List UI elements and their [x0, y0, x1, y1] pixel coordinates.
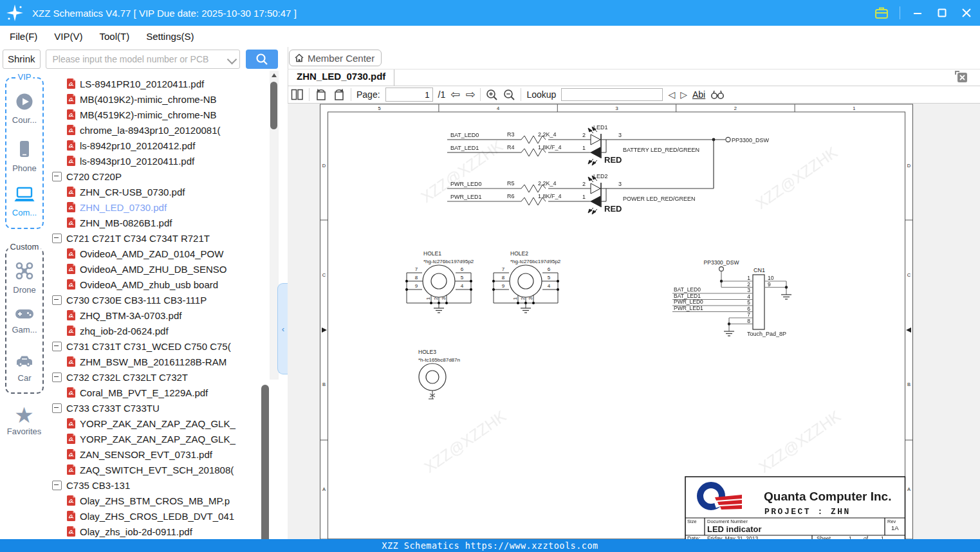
vip-group: VIP Cour... Phone Com... [5, 77, 44, 229]
pdf-canvas[interactable]: 5 4 3 2 1 D C B A D C B A XZZ@XZZHK XZZ@… [288, 104, 980, 539]
tree-item[interactable]: MB(4519K2)-mimic_chrome-NB [48, 107, 265, 122]
svg-text:4: 4 [461, 283, 464, 289]
tree-item[interactable]: C732 C732L C732LT C732T [48, 369, 265, 385]
tree-item-label: C733 C733T C733TU [66, 403, 160, 414]
tree-item[interactable]: Coral_MB_PVT_E_1229A.pdf [48, 385, 265, 400]
tree-item[interactable]: OvideoA_AMD_zhub_usb board [48, 277, 265, 292]
zoom-in-button[interactable] [486, 87, 498, 102]
member-center-button[interactable]: Member Center [289, 50, 382, 66]
sidebar-item-drone[interactable]: Drone [6, 261, 42, 295]
tree-item[interactable]: zhq_iob-2d-0624.pdf [48, 323, 265, 338]
license-briefcase-icon[interactable] [874, 6, 889, 20]
close-document-icon[interactable] [955, 71, 968, 83]
collapse-icon[interactable] [52, 481, 62, 490]
menu-tool[interactable]: Tool(T) [100, 31, 130, 42]
tree-item-label: LS-8941PR10_20120411.pdf [80, 78, 204, 89]
svg-text:3: 3 [528, 297, 533, 300]
tree-item[interactable]: LS-8941PR10_20120411.pdf [48, 76, 265, 91]
tree-item[interactable]: C720 C720P [48, 169, 265, 184]
collapse-icon[interactable] [52, 403, 62, 413]
menu-settings[interactable]: Settings(S) [146, 31, 194, 42]
pdf-file-icon [66, 202, 76, 212]
chevron-down-icon[interactable] [227, 54, 237, 64]
tree-item[interactable]: Olay_ZHS_CROS_LEDB_DVT_041 [48, 508, 265, 524]
svg-text:R3: R3 [507, 131, 515, 138]
svg-text:8: 8 [747, 318, 750, 324]
lookup-input[interactable] [561, 88, 663, 101]
svg-text:LED1: LED1 [593, 124, 608, 131]
match-case-button[interactable]: Abi [692, 89, 705, 100]
shrink-button[interactable]: Shrink [3, 50, 41, 69]
document-tab[interactable]: ZHN_LED_0730.pdf [297, 71, 385, 82]
close-button[interactable] [959, 6, 974, 20]
collapse-icon[interactable] [52, 342, 62, 351]
sidebar-item-label: Gam... [6, 325, 42, 335]
zoom-out-button[interactable] [503, 87, 515, 102]
tree-item[interactable]: ZAN_SENSOR_EVT_0731.pdf [48, 446, 265, 462]
next-page-button[interactable]: ⇨ [465, 88, 475, 101]
collapse-icon[interactable] [52, 295, 62, 305]
pdf-file-icon [66, 140, 76, 151]
tree-item[interactable]: ZHN_LED_0730.pdf [48, 199, 265, 215]
rotate-right-button[interactable] [333, 87, 346, 102]
svg-text:2: 2 [747, 281, 750, 288]
minimize-button[interactable] [911, 6, 925, 20]
tree-item[interactable]: YORP_ZAK_ZAN_ZAP_ZAQ_GLK_ [48, 431, 265, 446]
pdf-file-icon [66, 326, 76, 336]
collapse-icon[interactable] [52, 172, 62, 181]
sidebar-item-course[interactable]: Cour... [6, 93, 42, 125]
pdf-file-icon [66, 434, 76, 444]
panel-collapse-handle[interactable]: ‹ [277, 283, 288, 374]
svg-text:CN1: CN1 [753, 267, 765, 273]
find-next-button[interactable]: ▷ [680, 88, 687, 101]
sidebar-item-car[interactable]: Car [6, 353, 42, 383]
scroll-up-arrow-icon[interactable] [272, 73, 277, 77]
page-number-input[interactable] [385, 87, 433, 102]
sidebar-item-computer[interactable]: Com... [6, 187, 42, 217]
tree-item[interactable]: ls-8942pr10_20120412.pdf [48, 138, 265, 153]
svg-text:3: 3 [618, 181, 622, 187]
maximize-button[interactable] [935, 6, 949, 20]
title-bar[interactable]: XZZ Schematics V4.77 [ VIP Due date: 202… [0, 0, 980, 26]
tree-item[interactable]: Olay_ZHS_BTM_CROS_MB_MP.p [48, 493, 265, 508]
search-input[interactable] [51, 53, 227, 65]
two-page-view-button[interactable] [291, 87, 304, 102]
tree-item[interactable]: ZAQ_SWITCH_EVT_SCH_201808( [48, 462, 265, 477]
tree-item[interactable]: C730 C730E CB3-111 CB3-111P [48, 292, 265, 308]
tree-item[interactable]: YORP_ZAK_ZAN_ZAP_ZAQ_GLK_ [48, 416, 265, 431]
sidebar-item-game[interactable]: Gam... [6, 308, 42, 335]
tree-item[interactable]: C733 C733T C733TU [48, 400, 265, 416]
svg-text:4: 4 [497, 106, 499, 111]
svg-text:C: C [322, 272, 326, 278]
tree-item[interactable]: ZHQ_BTM-3A-0703.pdf [48, 308, 265, 323]
prev-page-button[interactable]: ⇦ [450, 88, 460, 101]
model-search-combo[interactable] [46, 50, 240, 69]
schematic-page: 5 4 3 2 1 D C B A D C B A XZZ@XZZHK XZZ@… [288, 104, 980, 539]
menu-file[interactable]: File(F) [10, 31, 37, 42]
tree-item[interactable]: OvideoA_AMD_ZHU_DB_SENSO [48, 261, 265, 277]
tree-item[interactable]: ZHN_CR-USB_0730.pdf [48, 184, 265, 199]
tree-item[interactable]: OvideoA_AMD_ZAD_0104_POW [48, 246, 265, 261]
sidebar-item-phone[interactable]: Phone [6, 140, 42, 173]
tree-item[interactable]: C721 C721T C734 C734T R721T [48, 230, 265, 246]
tree-item[interactable]: MB(4019K2)-mimic_chrome-NB [48, 91, 265, 107]
tree-item[interactable]: C735 CB3-131 [48, 477, 265, 493]
tree-item[interactable]: ZHN_MB-0826B1.pdf [48, 215, 265, 230]
collapse-icon[interactable] [52, 373, 62, 382]
window-title: XZZ Schematics V4.77 [ VIP Due date: 202… [32, 8, 297, 19]
search-button[interactable] [246, 50, 278, 69]
find-prev-button[interactable]: ◁ [668, 88, 675, 101]
tree-item[interactable]: C731 C731T C731_WCED C750 C75( [48, 338, 265, 354]
tree-item[interactable]: chrome_la-8943pr10_20120081( [48, 122, 265, 138]
menu-vip[interactable]: VIP(V) [54, 31, 82, 42]
tree-scrollbar-thumb[interactable] [270, 82, 277, 129]
tree-item[interactable]: Olay_zhs_iob-2d-0911.pdf [48, 524, 265, 539]
tree-item[interactable]: ZHM_BSW_MB_20161128B-RAM [48, 354, 265, 369]
binoculars-search-button[interactable] [710, 87, 725, 102]
tree-item-label: MB(4519K2)-mimic_chrome-NB [80, 109, 217, 120]
collapse-icon[interactable] [52, 234, 62, 243]
panel-scrollbar-thumb[interactable] [261, 385, 269, 549]
rotate-left-button[interactable] [315, 87, 328, 102]
tree-item[interactable]: ls-8943pr10_20120411.pdf [48, 153, 265, 169]
sidebar-item-favorites[interactable]: ★ Favorites [0, 405, 48, 436]
